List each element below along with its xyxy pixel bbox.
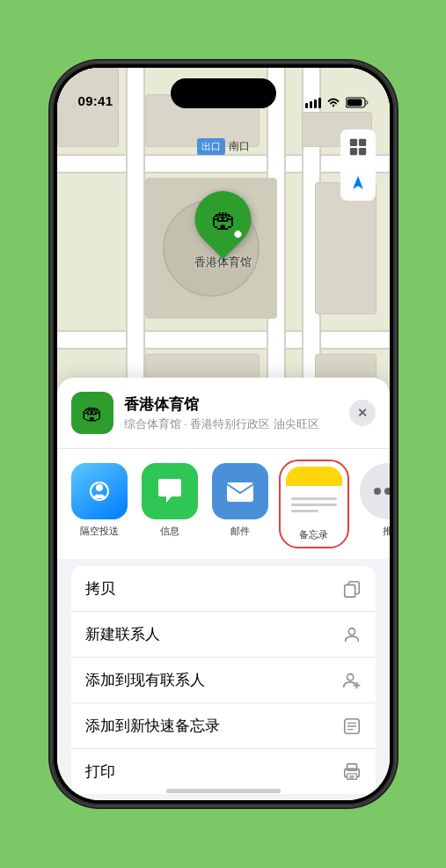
notes-icon-bg: [286, 467, 342, 523]
status-bar: 09:41: [57, 68, 390, 115]
notes-lines: [286, 486, 342, 523]
bottom-sheet: 🏟 香港体育馆 综合体育馆 · 香港特别行政区 油尖旺区 ✕: [57, 378, 390, 800]
exit-name: 南口: [229, 139, 250, 154]
airdrop-label: 隔空投送: [80, 525, 119, 538]
more-label: 推: [383, 525, 390, 538]
phone-screen: 09:41: [57, 68, 390, 800]
new-contact-label: 新建联系人: [85, 624, 160, 644]
add-contact-icon: [342, 671, 362, 690]
map-pin: 🏟 香港体育馆: [194, 191, 252, 270]
message-icon-bg: [142, 463, 198, 519]
svg-rect-5: [347, 99, 362, 107]
map-controls: [340, 129, 376, 201]
notes-icon-inner: [286, 467, 342, 523]
dot-2: [384, 488, 390, 495]
copy-label: 拷贝: [85, 578, 115, 599]
add-contact-label: 添加到现有联系人: [85, 670, 205, 690]
share-row: 隔空投送 信息: [57, 449, 390, 559]
battery-icon: [346, 97, 369, 108]
location-name: 香港体育馆: [124, 394, 339, 415]
share-mail[interactable]: 邮件: [212, 463, 268, 538]
svg-rect-6: [349, 139, 356, 146]
pin-icon: 🏟: [211, 205, 236, 234]
share-message[interactable]: 信息: [142, 463, 198, 538]
svg-rect-9: [358, 148, 365, 155]
action-print[interactable]: 打印: [71, 749, 376, 794]
svg-rect-3: [318, 98, 321, 108]
mail-label: 邮件: [230, 525, 250, 538]
home-indicator: [166, 789, 281, 793]
share-airdrop[interactable]: 隔空投送: [71, 463, 128, 538]
svg-point-16: [347, 673, 353, 680]
map-view-button[interactable]: [340, 129, 376, 165]
notes-label: 备忘录: [299, 528, 328, 541]
close-button[interactable]: ✕: [349, 400, 376, 426]
svg-rect-1: [310, 101, 312, 108]
location-button[interactable]: [340, 166, 376, 201]
phone-frame: 09:41: [52, 63, 395, 805]
more-dots: [374, 488, 390, 495]
svg-point-15: [348, 628, 355, 634]
share-more[interactable]: 推: [360, 463, 390, 538]
mail-icon-bg: [212, 463, 268, 519]
dot-1: [374, 488, 381, 495]
status-time: 09:41: [78, 93, 113, 108]
action-quick-note[interactable]: 添加到新快速备忘录: [71, 703, 376, 749]
action-list: 拷贝 新建联系人 添加到现有联系人: [71, 566, 376, 794]
svg-rect-2: [314, 99, 317, 108]
quick-note-label: 添加到新快速备忘录: [85, 716, 220, 736]
copy-icon: [342, 579, 362, 599]
more-icon-bg: [360, 463, 390, 519]
svg-rect-14: [344, 585, 355, 597]
notes-line-3: [291, 510, 318, 512]
wifi-icon: [326, 98, 340, 108]
new-contact-icon: [342, 625, 362, 644]
airdrop-icon: [71, 463, 128, 519]
exit-tag: 出口: [197, 138, 225, 155]
share-notes[interactable]: 备忘录: [282, 463, 346, 545]
print-icon: [342, 762, 362, 782]
action-new-contact[interactable]: 新建联系人: [71, 612, 376, 658]
pin-circle: 🏟: [183, 180, 263, 260]
location-icon: 🏟: [71, 392, 113, 434]
svg-point-11: [96, 484, 103, 491]
notes-line-2: [291, 504, 337, 506]
notes-line-1: [291, 497, 337, 500]
location-info: 香港体育馆 综合体育馆 · 香港特别行政区 油尖旺区: [124, 394, 339, 432]
map-label: 出口 南口: [197, 138, 250, 155]
notes-header-bar: [286, 467, 342, 486]
action-add-contact[interactable]: 添加到现有联系人: [71, 658, 376, 703]
message-label: 信息: [160, 525, 179, 538]
svg-rect-0: [305, 103, 308, 108]
svg-rect-8: [349, 148, 356, 155]
signal-icon: [305, 98, 321, 108]
status-icons: [305, 97, 369, 108]
print-label: 打印: [85, 761, 115, 782]
location-header: 🏟 香港体育馆 综合体育馆 · 香港特别行政区 油尖旺区 ✕: [57, 378, 390, 449]
location-desc: 综合体育馆 · 香港特别行政区 油尖旺区: [124, 416, 339, 432]
svg-rect-7: [358, 139, 365, 146]
quick-note-icon: [342, 717, 362, 736]
action-copy[interactable]: 拷贝: [71, 566, 376, 612]
